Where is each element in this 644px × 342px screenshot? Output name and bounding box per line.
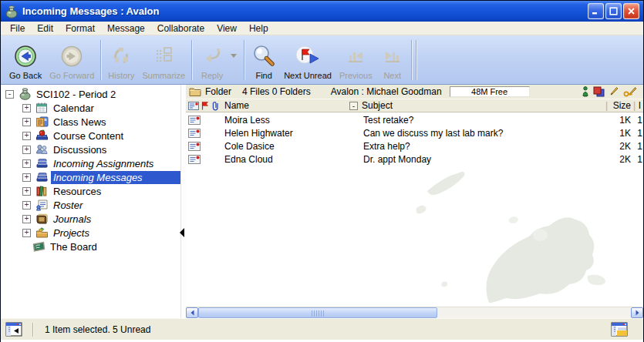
- find-button[interactable]: Find: [248, 38, 280, 82]
- message-panel: Folder 4 Files 0 Folders Avalon : Michae…: [186, 85, 643, 318]
- message-clipped-cell: 1: [637, 115, 642, 126]
- menu-edit[interactable]: Edit: [31, 22, 59, 35]
- menu-view[interactable]: View: [211, 22, 243, 35]
- go-forward-button[interactable]: Go Forward: [46, 38, 98, 82]
- message-subject: Extra help?: [363, 141, 410, 152]
- menu-format[interactable]: Format: [59, 22, 101, 35]
- menu-collaborate[interactable]: Collaborate: [151, 22, 211, 35]
- folder-icon: [189, 87, 201, 97]
- tree-item-label: Incoming Assignments: [51, 157, 156, 170]
- expand-icon[interactable]: +: [22, 104, 31, 112]
- people-icon: [35, 143, 49, 156]
- scroll-right-button[interactable]: [631, 307, 643, 318]
- message-row[interactable]: Cole Dasice Extra help? 2K 1: [186, 140, 643, 153]
- summarize-button[interactable]: Summarize: [139, 38, 190, 82]
- tree-item-label: Class News: [51, 116, 109, 129]
- maximize-button[interactable]: [605, 3, 622, 19]
- expand-icon[interactable]: +: [22, 201, 31, 210]
- expand-icon[interactable]: +: [22, 215, 31, 223]
- minimize-button[interactable]: [588, 3, 604, 19]
- account-name: Avalon : Michael Goodman: [331, 86, 442, 97]
- expand-icon[interactable]: +: [22, 146, 31, 154]
- menu-file[interactable]: File: [4, 22, 31, 35]
- collapse-icon[interactable]: -: [5, 90, 14, 99]
- status-separator: [32, 323, 34, 337]
- expand-icon[interactable]: +: [22, 118, 31, 126]
- tree-item-label-selected: Incoming Messages: [51, 171, 180, 184]
- attachment-column-icon[interactable]: [212, 101, 219, 111]
- unread-message-icon: [188, 142, 201, 151]
- go-back-button[interactable]: Go Back: [5, 38, 46, 82]
- message-row[interactable]: Helen Highwater Can we discuss my last l…: [186, 127, 643, 140]
- tree-item-incoming-assignments[interactable]: + Incoming Assignments: [1, 156, 180, 170]
- title-bar[interactable]: Incoming Messages : Avalon: [1, 1, 643, 22]
- expand-icon[interactable]: +: [22, 229, 31, 237]
- scrollbar-thumb[interactable]: [198, 307, 437, 318]
- horizontal-scrollbar[interactable]: [186, 307, 643, 318]
- find-icon: [251, 44, 276, 69]
- message-subject: Dr. appt Monday: [363, 154, 431, 165]
- panel-splitter[interactable]: [180, 85, 186, 318]
- menu-message[interactable]: Message: [101, 22, 151, 35]
- journal-book-icon: [35, 213, 49, 225]
- status-text: 1 Item selected. 5 Unread: [45, 324, 611, 335]
- column-name[interactable]: Name: [224, 100, 249, 111]
- tree-item-roster[interactable]: + Roster: [1, 198, 180, 212]
- toolbar: Go Back Go Forward History: [1, 35, 643, 85]
- column-subject[interactable]: Subject: [362, 100, 393, 111]
- tree-item-the-board[interactable]: The Board: [1, 240, 180, 253]
- toggle-layout-icon[interactable]: [611, 322, 628, 337]
- scroll-left-button[interactable]: [186, 307, 198, 318]
- next-button[interactable]: Next: [376, 38, 409, 82]
- tree-item-label: Journals: [51, 213, 93, 226]
- news-icon: [35, 116, 49, 128]
- go-forward-icon: [60, 45, 83, 68]
- unread-message-icon: [188, 129, 201, 138]
- message-sender: Edna Cloud: [224, 154, 273, 165]
- tree-item-label: Calendar: [51, 102, 96, 115]
- tree-item-calendar[interactable]: + Calendar: [1, 101, 180, 115]
- tree-item-incoming-messages[interactable]: + Incoming Messages: [1, 170, 180, 184]
- collapse-panel-arrow-icon[interactable]: [180, 228, 184, 237]
- message-row[interactable]: Moira Less Test retake? 1K 1: [186, 114, 643, 127]
- tree-item-label: The Board: [48, 240, 99, 253]
- projects-folder-icon: [35, 226, 49, 239]
- expand-icon[interactable]: +: [22, 173, 31, 182]
- expand-icon[interactable]: +: [22, 132, 31, 140]
- reply-dropdown-arrow[interactable]: [229, 38, 241, 82]
- close-button[interactable]: [623, 3, 639, 19]
- message-sender: Cole Dasice: [224, 141, 275, 152]
- expand-icon[interactable]: +: [22, 187, 31, 196]
- status-bar: 1 Item selected. 5 Unread: [1, 318, 643, 340]
- toggle-tree-panel-icon[interactable]: [5, 322, 22, 337]
- tree-item-course-content[interactable]: + Course Content: [1, 129, 180, 142]
- flag-column-icon[interactable]: [201, 102, 209, 110]
- unread-message-icon: [188, 155, 201, 164]
- tree-item-class-news[interactable]: + Class News: [1, 115, 180, 129]
- go-back-icon: [14, 45, 37, 68]
- column-divider: |: [633, 100, 636, 111]
- expand-icon[interactable]: +: [22, 159, 31, 168]
- reply-button[interactable]: Reply: [195, 38, 229, 82]
- next-unread-button[interactable]: Next Unread: [280, 38, 335, 82]
- message-row[interactable]: Edna Cloud Dr. appt Monday 2K 1: [186, 153, 643, 166]
- message-size: 2K: [600, 141, 631, 152]
- history-button[interactable]: History: [104, 38, 138, 82]
- message-subject: Can we discuss my last lab mark?: [363, 128, 503, 139]
- tree-item-discussions[interactable]: + Discussions: [1, 142, 180, 156]
- column-size[interactable]: Size: [613, 100, 631, 111]
- message-type-column-icon[interactable]: [188, 102, 199, 110]
- previous-button[interactable]: Previous: [335, 38, 376, 82]
- tree-item-sci102[interactable]: - SCI102 - Period 2: [1, 87, 180, 101]
- tree-item-projects[interactable]: + Projects: [1, 226, 180, 240]
- subject-collapse-icon[interactable]: -: [349, 102, 358, 110]
- toolbar-separator: [411, 40, 413, 80]
- apple-books-icon: [35, 129, 49, 142]
- tree-item-journals[interactable]: + Journals: [1, 212, 180, 226]
- message-clipped-cell: 1: [637, 154, 642, 165]
- tree-item-resources[interactable]: + Resources: [1, 184, 180, 198]
- column-clipped[interactable]: I: [639, 100, 641, 111]
- message-clipped-cell: 1: [637, 141, 642, 152]
- menu-help[interactable]: Help: [243, 22, 275, 35]
- folder-info-bar: Folder 4 Files 0 Folders Avalon : Michae…: [186, 85, 643, 99]
